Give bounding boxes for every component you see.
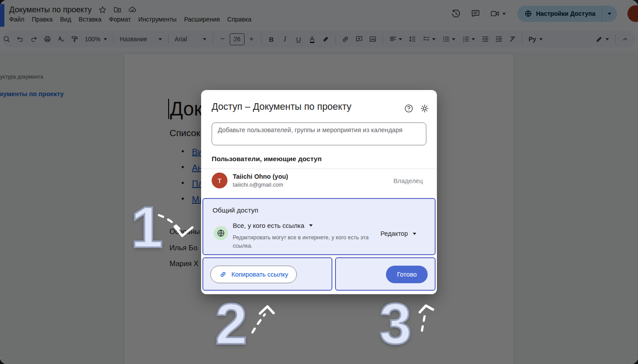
copy-link-highlight-box: Копировать ссылку [202,257,332,291]
role-label: Редактор [381,230,408,237]
share-dialog: Доступ – Документы по проекту Добавьте п… [201,90,437,294]
owner-email: taiiichi.o@gmail.com [233,182,283,188]
copy-link-label: Копировать ссылку [231,271,288,278]
scope-label: Все, у кого есть ссылка [233,222,304,229]
people-with-access-header: Пользователи, имеющие доступ [212,155,322,163]
gear-icon [420,104,429,113]
caret-down-icon [309,224,313,227]
add-people-input[interactable]: Добавьте пользователей, группы и меропри… [212,123,426,145]
general-access-header: Общий доступ [213,206,258,214]
general-access-description: Редактировать могут все в интернете, у к… [233,234,378,250]
owner-avatar: T [212,173,227,188]
copy-link-button[interactable]: Копировать ссылку [210,266,297,283]
annotation-step-1: 1 [131,198,163,256]
annotation-step-2: 2 [215,295,247,353]
help-icon [404,104,414,113]
share-dialog-title: Доступ – Документы по проекту [212,101,351,112]
add-people-placeholder: Добавьте пользователей, группы и меропри… [218,126,403,133]
general-access-role-dropdown[interactable]: Редактор [381,230,416,237]
help-button[interactable] [403,103,415,114]
general-access-scope-avatar [214,226,228,240]
caret-down-icon [413,233,416,235]
done-label: Готово [397,271,417,278]
annotation-step-3: 3 [379,295,411,353]
link-icon [219,270,227,278]
owner-name: Taiichi Ohno (you) [233,173,288,180]
owner-role: Владелец [393,177,423,184]
app-window: Документы по проекту Файл Правка Вид Вст… [0,0,638,364]
globe-icon [216,229,225,238]
done-button[interactable]: Готово [386,266,428,283]
general-access-scope-dropdown[interactable]: Все, у кого есть ссылка [233,222,313,229]
done-highlight-box: Готово [335,257,436,291]
dialog-divider [201,169,437,169]
share-settings-button[interactable] [419,103,430,114]
general-access-highlight-box: Общий доступ Все, у кого есть ссылка Ред… [202,198,436,255]
